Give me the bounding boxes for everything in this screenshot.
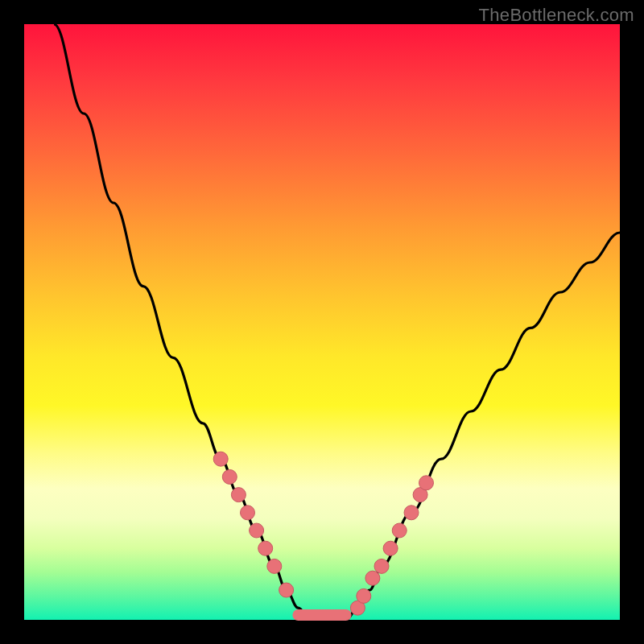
- marker-dot: [231, 488, 246, 502]
- marker-dot: [374, 559, 389, 573]
- right-branch-markers: [350, 476, 433, 615]
- marker-dot: [279, 583, 294, 597]
- marker-dot: [383, 541, 398, 555]
- marker-dot: [241, 506, 255, 520]
- bottleneck-curve-svg: [24, 24, 620, 620]
- marker-dot: [267, 559, 282, 573]
- marker-dot: [222, 469, 237, 484]
- left-branch-markers: [213, 452, 293, 597]
- marker-dot: [357, 588, 371, 603]
- marker-dot: [250, 523, 264, 538]
- marker-dot: [419, 476, 434, 490]
- marker-dot: [365, 571, 380, 585]
- plot-area: [24, 24, 620, 620]
- marker-dot: [404, 506, 419, 520]
- marker-dot: [258, 541, 273, 555]
- watermark-text: TheBottleneck.com: [479, 5, 634, 26]
- bottleneck-curve: [54, 24, 620, 620]
- marker-dot: [213, 452, 228, 466]
- marker-dot: [392, 523, 407, 538]
